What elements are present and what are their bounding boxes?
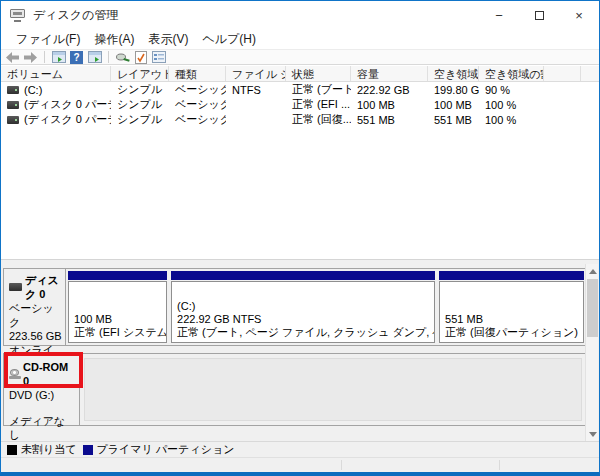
volume-filesystem [226, 97, 286, 112]
partition-status: 正常 (回復パーティション) [445, 326, 578, 339]
volume-capacity: 551 MB [351, 112, 428, 127]
volume-icon [7, 116, 19, 124]
volume-layout: シンプル [111, 112, 169, 127]
scroll-up-icon[interactable] [586, 264, 599, 278]
cdrom-drive-letter: DVD (G:) [9, 388, 76, 402]
status-bar [1, 457, 599, 472]
statusbar-divider [499, 460, 500, 470]
volume-status: 正常 (ブート... [286, 82, 351, 97]
menu-file[interactable]: ファイル(F) [9, 29, 87, 50]
menu-view[interactable]: 表示(V) [141, 29, 195, 50]
volume-name: (ディスク 0 パーティシ... [24, 112, 111, 127]
maximize-button[interactable] [519, 1, 559, 29]
check-list-icon[interactable] [133, 51, 148, 64]
app-icon [10, 9, 26, 21]
menu-bar: ファイル(F) 操作(A) 表示(V) ヘルプ(H) [1, 29, 599, 49]
volume-icon [7, 86, 19, 94]
legend-primary-partition: プライマリ パーティション [83, 442, 235, 457]
volume-layout: シンプル [111, 82, 169, 97]
volume-freespace: 100 MB [428, 97, 479, 112]
volume-capacity: 222.92 GB [351, 82, 428, 97]
disk-management-window: ディスクの管理 − × ファイル(F) 操作(A) 表示(V) ヘルプ(H) ? [0, 0, 600, 476]
menu-action[interactable]: 操作(A) [87, 29, 141, 50]
volume-capacity: 100 MB [351, 97, 428, 112]
window-title: ディスクの管理 [33, 7, 118, 24]
column-header-status[interactable]: 状態 [286, 66, 351, 81]
disk0-name: ディスク 0 [25, 273, 62, 301]
disk0-size: 223.56 GB [9, 329, 62, 343]
column-header-blank [544, 66, 581, 81]
cdrom-media-status: メディアなし [9, 414, 76, 442]
volume-name: (C:) [24, 84, 42, 96]
cdrom-empty-area[interactable] [84, 358, 582, 421]
zoom-icon[interactable] [115, 51, 130, 64]
forward-icon[interactable] [23, 51, 38, 64]
volume-freepercent: 100 % [479, 97, 544, 112]
volume-layout: シンプル [111, 97, 169, 112]
volume-type: ベーシック [169, 97, 226, 112]
volume-freespace: 199.80 GB [428, 82, 479, 97]
partition-name: (C:) [177, 300, 429, 313]
volume-icon [7, 101, 19, 109]
partition-color-bar [171, 271, 435, 280]
table-row[interactable]: (ディスク 0 パーティシ... シンプル ベーシック 正常 (EFI ... … [1, 97, 599, 112]
partition-status: 正常 (ブート, ページ ファイル, クラッシュ ダンプ, ベーシック データ … [177, 326, 429, 339]
cdrom-info[interactable]: CD-ROM 0 DVD (G:) メディアなし [4, 354, 80, 425]
partition-efi[interactable]: 100 MB 正常 (EFI システム パー [67, 270, 168, 344]
toolbar-separator [44, 51, 45, 63]
table-row[interactable]: (C:) シンプル ベーシック NTFS 正常 (ブート... 222.92 G… [1, 82, 599, 97]
action-pane-icon[interactable] [87, 51, 102, 64]
disk-icon [9, 283, 22, 291]
volume-type: ベーシック [169, 82, 226, 97]
disk0-type: ベーシック [9, 301, 62, 329]
title-bar: ディスクの管理 − × [1, 1, 599, 29]
scroll-down-icon[interactable] [586, 427, 599, 441]
primary-partition-swatch [83, 445, 93, 455]
unallocated-swatch [7, 445, 17, 455]
volume-freepercent: 90 % [479, 82, 544, 97]
cdrom-band: CD-ROM 0 DVD (G:) メディアなし [3, 353, 587, 426]
help-icon[interactable]: ? [69, 51, 84, 64]
partition-size: 551 MB [445, 313, 578, 326]
volume-filesystem [226, 112, 286, 127]
volume-freepercent: 100 % [479, 112, 544, 127]
minimize-button[interactable]: − [479, 1, 519, 29]
legend-label: プライマリ パーティション [97, 442, 235, 457]
volume-list-header: ボリューム レイアウト 種類 ファイル システム 状態 容量 空き領域 空き領域… [1, 66, 599, 82]
disk0-info[interactable]: ディスク 0 ベーシック 223.56 GB オンライン [4, 269, 66, 345]
cdrom-icon [9, 369, 21, 379]
cdrom-name: CD-ROM 0 [23, 360, 76, 388]
partition-size: 100 MB [74, 313, 161, 326]
legend-bar: 未割り当て プライマリ パーティション [1, 441, 599, 457]
column-header-type[interactable]: 種類 [169, 66, 226, 81]
table-row[interactable]: (ディスク 0 パーティシ... シンプル ベーシック 正常 (回復... 55… [1, 112, 599, 127]
svg-text:?: ? [73, 52, 79, 63]
scrollbar-thumb[interactable] [587, 279, 598, 337]
column-header-capacity[interactable]: 容量 [351, 66, 428, 81]
volume-type: ベーシック [169, 112, 226, 127]
partition-color-bar [68, 271, 167, 280]
partition-color-bar [439, 271, 584, 280]
column-header-layout[interactable]: レイアウト [111, 66, 169, 81]
column-header-filler [581, 66, 599, 81]
volume-filesystem: NTFS [226, 82, 286, 97]
back-icon[interactable] [5, 51, 20, 64]
vertical-scrollbar[interactable] [585, 264, 598, 441]
console-tree-icon[interactable] [51, 51, 66, 64]
partition-status: 正常 (EFI システム パー [74, 326, 161, 339]
volume-status: 正常 (回復... [286, 112, 351, 127]
legend-unallocated: 未割り当て [7, 442, 77, 457]
column-header-filesystem[interactable]: ファイル システム [226, 66, 286, 81]
close-button[interactable]: × [559, 1, 599, 29]
partition-recovery[interactable]: 551 MB 正常 (回復パーティション) [438, 270, 585, 344]
menu-help[interactable]: ヘルプ(H) [195, 29, 263, 50]
properties-icon[interactable] [151, 51, 166, 64]
column-header-freespace[interactable]: 空き領域 [428, 66, 479, 81]
partition-c[interactable]: (C:) 222.92 GB NTFS 正常 (ブート, ページ ファイル, ク… [170, 270, 436, 344]
toolbar-separator [108, 51, 109, 63]
column-header-volume[interactable]: ボリューム [1, 66, 111, 81]
maximize-icon [535, 11, 544, 20]
column-header-freepercent[interactable]: 空き領域の割... [479, 66, 544, 81]
volume-name: (ディスク 0 パーティシ... [24, 97, 111, 112]
legend-label: 未割り当て [21, 442, 77, 457]
